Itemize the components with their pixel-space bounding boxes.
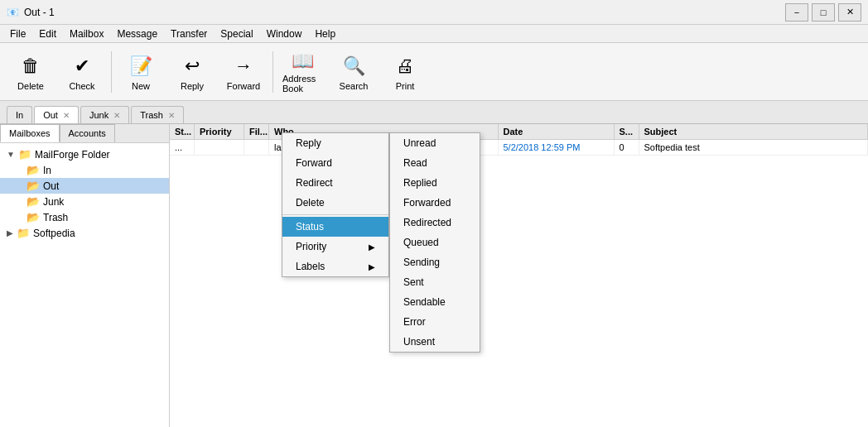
toolbar-separator-5 [272, 51, 273, 93]
tree-label-trash: Trash [43, 212, 68, 223]
main-area: Mailboxes Accounts ▼ 📁 MailForge Folder … [0, 124, 868, 427]
reply-icon: ↩ [179, 53, 205, 79]
addressbook-label: Address Book [282, 74, 322, 94]
tab-trash-label: Trash [140, 110, 163, 120]
print-label: Print [396, 81, 415, 91]
ctx-separator [282, 214, 388, 215]
menu-item-message[interactable]: Message [110, 26, 164, 41]
submenu-queued[interactable]: Queued [390, 233, 480, 252]
email-list: ... lac 5/2/2018 12:59 PM 0 Softpedia te… [170, 140, 868, 427]
ctx-labels-arrow: ▶ [369, 262, 375, 271]
ctx-priority-arrow: ▶ [369, 242, 375, 252]
tab-junk-label: Junk [89, 110, 108, 120]
sidebar-tab-mailboxes[interactable]: Mailboxes [0, 124, 60, 142]
email-row[interactable]: ... lac 5/2/2018 12:59 PM 0 Softpedia te… [170, 140, 868, 156]
tree-item-mailforge[interactable]: ▼ 📁 MailForge Folder [0, 146, 169, 162]
close-button[interactable]: ✕ [838, 3, 861, 22]
toolbar-btn-new[interactable]: 📝 New [117, 47, 165, 97]
col-header-st[interactable]: St... [170, 124, 195, 139]
status-submenu: Unread Read Replied Forwarded Redirected… [389, 132, 480, 353]
tree-item-softpedia[interactable]: ▶ 📁 Softpedia [0, 225, 169, 241]
toolbar-btn-addressbook[interactable]: 📖 Address Book [278, 47, 326, 97]
email-list-header: St... Priority Fil... Who Date S... Subj… [170, 124, 868, 140]
toolbar-btn-forward[interactable]: → Forward [219, 47, 268, 97]
submenu-forwarded[interactable]: Forwarded [390, 193, 480, 213]
col-header-date[interactable]: Date [499, 124, 615, 139]
submenu-unread[interactable]: Unread [390, 133, 480, 153]
window-title: Out - 1 [24, 7, 55, 18]
new-label: New [132, 81, 150, 91]
app-icon: 📧 [7, 7, 19, 18]
new-icon: 📝 [128, 53, 154, 79]
toolbar-btn-search[interactable]: 🔍 Search [330, 47, 378, 97]
menu-item-edit[interactable]: Edit [32, 26, 63, 41]
tab-out-label: Out [43, 110, 58, 120]
ctx-labels[interactable]: Labels ▶ [282, 257, 388, 276]
email-cell-date: 5/2/2018 12:59 PM [499, 140, 615, 155]
col-header-priority[interactable]: Priority [195, 124, 244, 139]
email-cell-fil [244, 140, 269, 155]
tab-junk-close[interactable]: ✕ [113, 111, 120, 120]
ctx-priority[interactable]: Priority ▶ [282, 237, 388, 257]
toolbar-btn-delete[interactable]: 🗑 Delete [7, 47, 55, 97]
tab-out[interactable]: Out ✕ [34, 106, 79, 123]
tree-item-out[interactable]: 📂 Out [0, 178, 169, 194]
expand-icon-softpedia[interactable]: ▶ [7, 228, 13, 237]
folder-icon-out: 📂 [27, 180, 40, 192]
menu-item-window[interactable]: Window [260, 26, 309, 41]
tree-item-trash[interactable]: 📂 Trash [0, 209, 169, 225]
col-header-s[interactable]: S... [615, 124, 639, 139]
menubar: FileEditMailboxMessageTransferSpecialWin… [0, 25, 868, 43]
expand-icon-mailforge[interactable]: ▼ [7, 150, 15, 159]
sidebar-tree: ▼ 📁 MailForge Folder 📂 In 📂 Out 📂 Junk 📂… [0, 143, 169, 427]
tab-trash-close[interactable]: ✕ [168, 111, 175, 120]
forward-label: Forward [227, 81, 260, 91]
submenu-read[interactable]: Read [390, 153, 480, 173]
tree-item-junk[interactable]: 📂 Junk [0, 194, 169, 209]
tab-in[interactable]: In [7, 106, 32, 123]
tab-trash[interactable]: Trash ✕ [131, 106, 184, 123]
submenu-sendable[interactable]: Sendable [390, 292, 480, 312]
submenu-unsent[interactable]: Unsent [390, 332, 480, 352]
ctx-redirect[interactable]: Redirect [282, 173, 388, 193]
minimize-button[interactable]: − [785, 3, 808, 22]
toolbar-btn-print[interactable]: 🖨 Print [381, 47, 429, 97]
tree-label-junk: Junk [43, 196, 64, 208]
delete-label: Delete [17, 81, 44, 91]
tab-junk[interactable]: Junk ✕ [80, 106, 129, 123]
submenu-redirected[interactable]: Redirected [390, 213, 480, 233]
col-header-subject[interactable]: Subject [639, 124, 869, 139]
ctx-status[interactable]: Status [282, 217, 388, 237]
folder-icon-in: 📂 [27, 164, 40, 176]
ctx-labels-label: Labels [296, 261, 325, 272]
tab-out-close[interactable]: ✕ [63, 111, 70, 120]
maximize-button[interactable]: □ [812, 3, 835, 22]
menu-item-special[interactable]: Special [214, 26, 259, 41]
tab-in-label: In [16, 110, 23, 120]
menu-item-mailbox[interactable]: Mailbox [63, 26, 110, 41]
submenu-error[interactable]: Error [390, 312, 480, 332]
ctx-forward[interactable]: Forward [282, 153, 388, 173]
ctx-delete[interactable]: Delete [282, 193, 388, 213]
menu-item-file[interactable]: File [3, 26, 32, 41]
email-cell-s: 0 [615, 140, 639, 155]
titlebar-controls: − □ ✕ [785, 3, 861, 22]
toolbar-btn-reply[interactable]: ↩ Reply [168, 47, 216, 97]
menu-item-transfer[interactable]: Transfer [164, 26, 214, 41]
folder-icon-softpedia: 📁 [17, 227, 30, 239]
print-icon: 🖨 [392, 53, 418, 79]
check-icon: ✔ [69, 53, 95, 79]
menu-item-help[interactable]: Help [308, 26, 342, 41]
toolbar-btn-check[interactable]: ✔ Check [58, 47, 106, 97]
search-label: Search [340, 81, 369, 91]
ctx-reply[interactable]: Reply [282, 133, 388, 153]
submenu-sending[interactable]: Sending [390, 252, 480, 272]
toolbar-separator-2 [111, 51, 112, 93]
tree-item-in[interactable]: 📂 In [0, 162, 169, 178]
submenu-sent[interactable]: Sent [390, 272, 480, 292]
reply-label: Reply [181, 81, 204, 91]
forward-icon: → [230, 53, 257, 79]
sidebar-tab-accounts[interactable]: Accounts [60, 124, 115, 142]
submenu-replied[interactable]: Replied [390, 173, 480, 193]
col-header-fil[interactable]: Fil... [244, 124, 269, 139]
